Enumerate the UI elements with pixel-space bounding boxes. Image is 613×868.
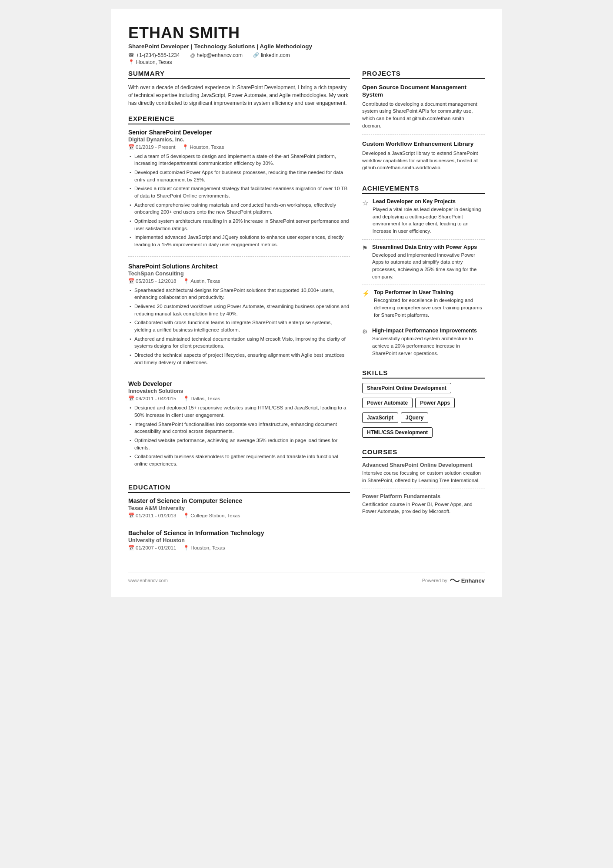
skills-title: SKILLS xyxy=(362,369,485,379)
achievement-title-3: Top Performer in User Training xyxy=(374,289,485,295)
calendar-icon-3: 📅 xyxy=(128,395,134,402)
bullet-1-4: Authored comprehensive training material… xyxy=(128,201,350,216)
courses-title: COURSES xyxy=(362,448,485,458)
edu-item-2: Bachelor of Science in Information Techn… xyxy=(128,530,350,556)
edu-pin-icon-1: 📍 xyxy=(183,513,189,519)
achievement-desc-3: Recognized for excellence in developing … xyxy=(374,297,485,318)
education-section: EDUCATION Master of Science in Computer … xyxy=(128,483,350,556)
bullet-2-5: Directed the technical aspects of projec… xyxy=(128,352,350,366)
email-address: help@enhancv.com xyxy=(197,52,243,58)
edu-dates-1: 📅 01/2011 - 01/2013 xyxy=(128,513,176,519)
experience-section: EXPERIENCE Senior SharePoint Developer D… xyxy=(128,115,350,476)
job-item-1: Senior SharePoint Developer Digital Dyna… xyxy=(128,129,350,257)
achievement-desc-4: Successfully optimized system architectu… xyxy=(372,335,485,357)
bullet-2-1: Spearheaded architectural designs for Sh… xyxy=(128,287,350,301)
courses-section: COURSES Advanced SharePoint Online Devel… xyxy=(362,448,485,519)
summary-title: SUMMARY xyxy=(128,70,350,79)
course-desc-2: Certification course in Power BI, Power … xyxy=(362,501,485,515)
skill-tag-6: HTML/CSS Development xyxy=(362,427,433,438)
edu-dates-2: 📅 01/2007 - 01/2011 xyxy=(128,545,176,551)
linkedin-url: linkedin.com xyxy=(261,52,290,58)
achievement-desc-1: Played a vital role as lead developer in… xyxy=(373,206,485,235)
resume-container: ETHAN SMITH SharePoint Developer | Techn… xyxy=(111,9,502,597)
job-meta-1: 📅 01/2019 - Present 📍 Houston, Texas xyxy=(128,144,350,150)
achievement-title-1: Lead Developer on Key Projects xyxy=(373,198,485,204)
achievements-section: ACHIEVEMENTS ☆ Lead Developer on Key Pro… xyxy=(362,184,485,361)
achievement-icon-1: ☆ xyxy=(362,199,368,235)
location-icon: 📍 xyxy=(128,59,134,65)
project-title-2: Custom Workflow Enhancement Library xyxy=(362,140,485,148)
achievement-desc-2: Developed and implemented innovative Pow… xyxy=(372,251,485,281)
job-dates-1: 📅 01/2019 - Present xyxy=(128,144,175,150)
edu-degree-1: Master of Science in Computer Science xyxy=(128,497,350,504)
achievement-title-2: Streamlined Data Entry with Power Apps xyxy=(372,244,485,250)
bullet-1-2: Developed customized Power Apps for busi… xyxy=(128,169,350,183)
bullet-3-3: Optimized website performance, achieving… xyxy=(128,437,350,451)
experience-title: EXPERIENCE xyxy=(128,115,350,124)
achievement-item-2: ⚑ Streamlined Data Entry with Power Apps… xyxy=(362,244,485,285)
project-item-1: Open Source Document Management System C… xyxy=(362,84,485,135)
phone-contact: ☎ +1-(234)-555-1234 xyxy=(128,52,180,58)
achievement-icon-2: ⚑ xyxy=(362,245,368,281)
powered-by-text: Powered by xyxy=(422,578,447,583)
achievement-item-3: ⚡ Top Performer in User Training Recogni… xyxy=(362,289,485,323)
location-row: 📍 Houston, Texas xyxy=(128,59,485,65)
course-title-1: Advanced SharePoint Online Development xyxy=(362,462,485,468)
job-item-3: Web Developer Innovatech Solutions 📅 09/… xyxy=(128,380,350,475)
job-company-1: Digital Dynamics, Inc. xyxy=(128,137,350,143)
email-contact: @ help@enhancv.com xyxy=(190,52,243,58)
achievement-icon-4: ⚙ xyxy=(362,328,368,357)
brand-name: Enhancv xyxy=(461,577,485,584)
main-content: SUMMARY With over a decade of dedicated … xyxy=(128,70,485,564)
enhancv-icon xyxy=(450,577,460,583)
pin-icon-3: 📍 xyxy=(183,395,189,402)
achievement-content-2: Streamlined Data Entry with Power Apps D… xyxy=(372,244,485,281)
phone-icon: ☎ xyxy=(128,52,134,58)
achievement-content-4: High-Impact Performance Improvements Suc… xyxy=(372,328,485,357)
bullet-3-1: Designed and deployed 15+ responsive web… xyxy=(128,404,350,419)
summary-section: SUMMARY With over a decade of dedicated … xyxy=(128,70,350,107)
achievement-icon-3: ⚡ xyxy=(362,290,370,318)
course-desc-1: Intensive course focusing on custom solu… xyxy=(362,469,485,484)
bullet-1-1: Led a team of 5 developers to design and… xyxy=(128,153,350,167)
job-item-2: SharePoint Solutions Architect TechSpan … xyxy=(128,263,350,375)
achievement-item-4: ⚙ High-Impact Performance Improvements S… xyxy=(362,328,485,361)
job-dates-3: 📅 09/2011 - 04/2015 xyxy=(128,395,176,402)
edu-calendar-icon-1: 📅 xyxy=(128,513,134,519)
achievement-content-1: Lead Developer on Key Projects Played a … xyxy=(373,198,485,235)
job-dates-2: 📅 05/2015 - 12/2018 xyxy=(128,278,176,284)
job-company-2: TechSpan Consulting xyxy=(128,271,350,277)
bullet-2-4: Authored and maintained technical docume… xyxy=(128,335,350,350)
edu-school-2: University of Houston xyxy=(128,537,350,543)
skill-tag-3: Power Apps xyxy=(415,398,455,408)
location-contact: 📍 Houston, Texas xyxy=(128,59,172,65)
project-item-2: Custom Workflow Enhancement Library Deve… xyxy=(362,140,485,177)
edu-pin-icon-2: 📍 xyxy=(183,545,189,551)
bullet-1-5: Optimized system architecture resulting … xyxy=(128,218,350,232)
job-location-1: 📍 Houston, Texas xyxy=(182,144,224,150)
skill-row-2: Power Automate Power Apps xyxy=(362,398,485,411)
edu-calendar-icon-2: 📅 xyxy=(128,545,134,551)
left-column: SUMMARY With over a decade of dedicated … xyxy=(128,70,350,564)
achievement-item-1: ☆ Lead Developer on Key Projects Played … xyxy=(362,198,485,240)
project-desc-2: Developed a JavaScript library to extend… xyxy=(362,150,485,171)
skill-tag-1: SharePoint Online Development xyxy=(362,383,451,393)
header-contact: ☎ +1-(234)-555-1234 @ help@enhancv.com 🔗… xyxy=(128,52,485,58)
pin-icon-1: 📍 xyxy=(182,144,188,150)
footer-brand: Powered by Enhancv xyxy=(422,577,485,584)
edu-item-1: Master of Science in Computer Science Te… xyxy=(128,497,350,524)
job-company-3: Innovatech Solutions xyxy=(128,388,350,394)
skill-tag-4: JavaScript xyxy=(362,412,398,423)
edu-location-2: 📍 Houston, Texas xyxy=(183,545,225,551)
job-bullets-3: Designed and deployed 15+ responsive web… xyxy=(128,404,350,467)
job-title-1: Senior SharePoint Developer xyxy=(128,129,350,136)
footer-website: www.enhancv.com xyxy=(128,578,168,583)
job-bullets-1: Led a team of 5 developers to design and… xyxy=(128,153,350,248)
achievements-title: ACHIEVEMENTS xyxy=(362,184,485,194)
email-icon: @ xyxy=(190,53,195,58)
candidate-title: SharePoint Developer | Technology Soluti… xyxy=(128,43,485,50)
job-location-3: 📍 Dallas, Texas xyxy=(183,395,220,402)
bullet-3-2: Integrated SharePoint functionalities in… xyxy=(128,421,350,435)
footer: www.enhancv.com Powered by Enhancv xyxy=(128,573,485,584)
project-title-1: Open Source Document Management System xyxy=(362,84,485,99)
